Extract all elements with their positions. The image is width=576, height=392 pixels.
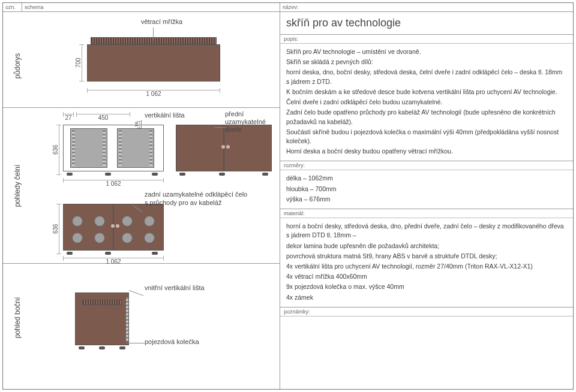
rear-panel-right: [113, 204, 164, 251]
plan-draw-area: 700 1 062 větrací mřížka: [39, 14, 277, 105]
side-view-block: pohled boční vnitřní vertikální lišta po…: [3, 264, 280, 389]
front-views-label: pohledy čelní: [13, 165, 22, 207]
door-knob-left: [221, 145, 225, 149]
dim-450: 450: [76, 114, 130, 121]
rozmery-line: hloubka – 700mm: [286, 185, 567, 194]
rear-panel-left: [63, 204, 113, 251]
rozmery-block: rozměry: délka – 1062mm hloubka – 700mm …: [280, 161, 573, 209]
rack-2: [117, 128, 154, 168]
front-draw-area: 27 450 18 636 1 062 vertikální lišta: [39, 110, 277, 261]
dim-27: 27: [63, 114, 74, 121]
front-views-block: pohledy čelní 27 450 18 636 1 062: [3, 108, 280, 264]
popis-label: popis:: [280, 35, 573, 44]
dim-636b: 636: [52, 204, 59, 254]
callout-front-door: přední uzamykatelné dveře: [225, 110, 266, 134]
side-view-label: pohled boční: [13, 297, 22, 339]
caster: [99, 346, 105, 349]
cable-hole: [72, 233, 83, 243]
drawing-sheet: ozn. schema název: půdorys 700 1 062 vět…: [2, 2, 574, 390]
plan-view-label: půdorys: [13, 53, 22, 79]
front-door-left: [176, 125, 224, 171]
foot: [262, 173, 268, 176]
popis-line: Zadní čelo bude opatřeno průchody pro ka…: [286, 108, 567, 126]
dim-1062-top: 1 062: [87, 90, 220, 97]
callout-grille: větrací mřížka: [141, 18, 182, 25]
rozmery-line: výška – 676mm: [286, 195, 567, 204]
dim-636a: 636: [52, 125, 59, 175]
plan-cabinet: [87, 44, 220, 82]
popis-line: Skříň pro AV technologie – umístění ve d…: [286, 47, 567, 56]
dim-700: 700: [75, 44, 82, 82]
rozmery-label: rozměry:: [280, 161, 573, 170]
callout-vert-lista: vertikální lišta: [145, 111, 185, 119]
header-nazev: název:: [280, 3, 573, 11]
foot: [67, 173, 73, 176]
poznamky-label: poznámky:: [280, 307, 573, 316]
side-rail: [126, 297, 128, 342]
callout-inner-rail: vnitřní vertikální lišta: [145, 284, 205, 291]
material-line: 4x vertikální lišta pro uchycení AV tech…: [286, 262, 567, 271]
left-column: půdorys 700 1 062 větrací mřížka: [3, 12, 280, 389]
foot: [179, 173, 185, 176]
header-ozn: ozn.: [3, 3, 22, 11]
foot: [152, 173, 158, 176]
rear-knob-right: [116, 224, 119, 228]
plan-grille: [91, 37, 217, 44]
cable-hole: [122, 216, 133, 227]
material-line: 4x zámek: [286, 293, 567, 302]
material-block: materiál: horní a boční desky, středová …: [280, 209, 573, 307]
dim-18: 18: [134, 121, 140, 128]
rear-knob-left: [111, 224, 115, 228]
cable-hole: [144, 233, 155, 243]
popis-line: Horní deska a boční desky budou opatřeny…: [286, 147, 567, 156]
rozmery-body: délka – 1062mm hloubka – 700mm výška – 6…: [280, 170, 573, 209]
cable-hole: [122, 233, 133, 243]
material-line: dekor lamina bude upřesněn dle požadavků…: [286, 242, 567, 251]
material-line: povrchová struktura matná St9, hrany ABS…: [286, 252, 567, 261]
foot: [152, 252, 158, 255]
rozmery-line: délka – 1062mm: [286, 174, 567, 183]
header-schema: schema: [22, 3, 280, 11]
right-column: skříň pro av technologie popis: Skříň pr…: [280, 12, 573, 389]
material-line: horní a boční desky, středová deska, dno…: [286, 222, 567, 240]
popis-line: Čelní dveře i zadní odklápěcí čelo budou…: [286, 98, 567, 107]
cable-hole: [94, 216, 105, 227]
dim-1062a: 1 062: [63, 180, 164, 187]
popis-body: Skříň pro AV technologie – umístění ve d…: [280, 44, 573, 161]
rack-1: [70, 128, 107, 168]
popis-line: horní deska, dno, boční desky, středová …: [286, 68, 567, 86]
door-knob-right: [226, 145, 230, 149]
side-draw-area: vnitřní vertikální lišta pojezdová koleč…: [39, 266, 277, 387]
poznamky-block: poznámky:: [280, 307, 573, 389]
header-row: ozn. schema název:: [3, 3, 573, 12]
material-body: horní a boční desky, středová deska, dno…: [280, 218, 573, 307]
cable-hole: [144, 216, 155, 227]
caster: [79, 346, 85, 349]
sheet-body: půdorys 700 1 062 větrací mřížka: [3, 12, 573, 389]
callout-caster: pojezdová kolečka: [145, 338, 199, 345]
popis-line: Součástí skříně budou i pojezdová kolečk…: [286, 128, 567, 146]
popis-block: popis: Skříň pro AV technologie – umístě…: [280, 35, 573, 161]
callout-back-panel: zadní uzamykatelné odklápěcí čelo s průc…: [145, 191, 247, 207]
foot: [219, 173, 225, 176]
material-label: materiál:: [280, 209, 573, 218]
material-line: 4x větrací mřížka 400x60mm: [286, 272, 567, 281]
cable-hole: [72, 216, 83, 227]
foot: [67, 252, 73, 255]
foot: [105, 173, 111, 176]
drawing-title: skříň pro av technologie: [280, 12, 573, 35]
cable-hole: [94, 233, 105, 243]
caster: [119, 346, 125, 349]
popis-line: K bočním deskám a ke středové desce bude…: [286, 88, 567, 97]
side-grille: [82, 300, 122, 305]
popis-line: Skříň se skládá z pevných dílů:: [286, 58, 567, 67]
foot: [105, 252, 111, 255]
material-line: 9x pojezdová kolečka o max. výšce 40mm: [286, 282, 567, 291]
plan-view-block: půdorys 700 1 062 větrací mřížka: [3, 12, 280, 108]
